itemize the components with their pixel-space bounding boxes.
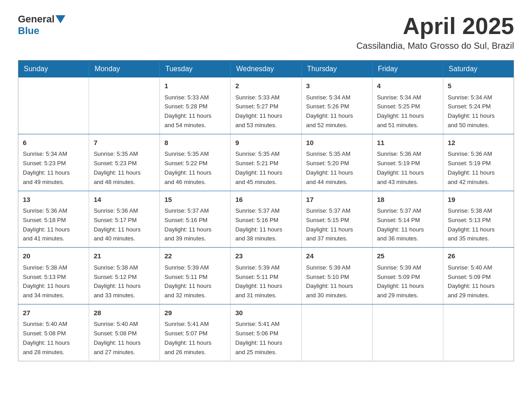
calendar-cell: 6Sunrise: 5:34 AM Sunset: 5:23 PM Daylig…	[18, 134, 89, 191]
day-info: Sunrise: 5:34 AM Sunset: 5:26 PM Dayligh…	[306, 93, 368, 130]
day-info: Sunrise: 5:37 AM Sunset: 5:16 PM Dayligh…	[164, 206, 226, 244]
day-number: 26	[448, 251, 509, 261]
day-number: 18	[377, 195, 438, 205]
calendar-cell: 26Sunrise: 5:40 AM Sunset: 5:09 PM Dayli…	[443, 248, 514, 304]
calendar-cell: 11Sunrise: 5:36 AM Sunset: 5:19 PM Dayli…	[372, 134, 443, 191]
calendar-cell: 28Sunrise: 5:40 AM Sunset: 5:08 PM Dayli…	[89, 304, 160, 361]
day-number: 1	[164, 81, 226, 91]
day-number: 22	[164, 251, 226, 261]
weekday-header-sunday: Sunday	[18, 60, 89, 78]
calendar-cell: 13Sunrise: 5:36 AM Sunset: 5:18 PM Dayli…	[18, 191, 89, 248]
day-number: 15	[164, 195, 226, 205]
calendar-cell: 17Sunrise: 5:37 AM Sunset: 5:15 PM Dayli…	[301, 191, 372, 248]
day-info: Sunrise: 5:34 AM Sunset: 5:24 PM Dayligh…	[448, 93, 509, 130]
day-number: 16	[235, 195, 296, 205]
day-number: 28	[94, 308, 155, 318]
calendar-cell: 22Sunrise: 5:39 AM Sunset: 5:11 PM Dayli…	[160, 248, 231, 304]
week-row-5: 27Sunrise: 5:40 AM Sunset: 5:08 PM Dayli…	[18, 304, 514, 361]
calendar-cell: 19Sunrise: 5:38 AM Sunset: 5:13 PM Dayli…	[443, 191, 514, 248]
logo-general: General	[18, 13, 55, 25]
day-number: 6	[23, 138, 84, 148]
calendar-cell: 8Sunrise: 5:35 AM Sunset: 5:22 PM Daylig…	[160, 134, 231, 191]
day-number: 25	[377, 251, 438, 261]
day-number: 21	[94, 251, 155, 261]
day-info: Sunrise: 5:38 AM Sunset: 5:13 PM Dayligh…	[448, 206, 509, 244]
calendar-cell: 18Sunrise: 5:37 AM Sunset: 5:14 PM Dayli…	[372, 191, 443, 248]
calendar-cell	[301, 304, 372, 361]
calendar-cell	[18, 77, 89, 134]
day-number: 30	[235, 308, 296, 318]
calendar-cell: 10Sunrise: 5:35 AM Sunset: 5:20 PM Dayli…	[301, 134, 372, 191]
day-number: 13	[23, 195, 84, 205]
day-number: 2	[235, 81, 296, 91]
calendar-cell: 30Sunrise: 5:41 AM Sunset: 5:06 PM Dayli…	[231, 304, 301, 361]
day-number: 17	[306, 195, 368, 205]
day-info: Sunrise: 5:37 AM Sunset: 5:15 PM Dayligh…	[306, 206, 368, 244]
week-row-2: 6Sunrise: 5:34 AM Sunset: 5:23 PM Daylig…	[18, 134, 514, 191]
calendar-cell: 14Sunrise: 5:36 AM Sunset: 5:17 PM Dayli…	[89, 191, 160, 248]
day-info: Sunrise: 5:33 AM Sunset: 5:27 PM Dayligh…	[235, 93, 296, 130]
day-info: Sunrise: 5:41 AM Sunset: 5:06 PM Dayligh…	[235, 320, 296, 357]
day-info: Sunrise: 5:35 AM Sunset: 5:22 PM Dayligh…	[164, 150, 226, 187]
calendar-cell: 16Sunrise: 5:37 AM Sunset: 5:16 PM Dayli…	[231, 191, 301, 248]
calendar-table: SundayMondayTuesdayWednesdayThursdayFrid…	[18, 60, 514, 361]
day-info: Sunrise: 5:34 AM Sunset: 5:23 PM Dayligh…	[23, 150, 84, 187]
calendar-cell: 29Sunrise: 5:41 AM Sunset: 5:07 PM Dayli…	[160, 304, 231, 361]
day-info: Sunrise: 5:35 AM Sunset: 5:20 PM Dayligh…	[306, 150, 368, 187]
weekday-header-saturday: Saturday	[443, 60, 514, 78]
day-info: Sunrise: 5:39 AM Sunset: 5:10 PM Dayligh…	[306, 263, 368, 300]
day-number: 12	[448, 138, 509, 148]
week-row-3: 13Sunrise: 5:36 AM Sunset: 5:18 PM Dayli…	[18, 191, 514, 248]
day-number: 7	[94, 138, 155, 148]
day-info: Sunrise: 5:35 AM Sunset: 5:23 PM Dayligh…	[94, 150, 155, 187]
calendar-cell: 4Sunrise: 5:34 AM Sunset: 5:25 PM Daylig…	[372, 77, 443, 134]
svg-marker-0	[56, 15, 65, 23]
day-number: 29	[164, 308, 226, 318]
day-number: 14	[94, 195, 155, 205]
day-number: 19	[448, 195, 509, 205]
day-info: Sunrise: 5:39 AM Sunset: 5:09 PM Dayligh…	[377, 263, 438, 300]
calendar-cell: 24Sunrise: 5:39 AM Sunset: 5:10 PM Dayli…	[301, 248, 372, 304]
weekday-header-row: SundayMondayTuesdayWednesdayThursdayFrid…	[18, 60, 514, 78]
day-info: Sunrise: 5:35 AM Sunset: 5:21 PM Dayligh…	[235, 150, 296, 187]
week-row-4: 20Sunrise: 5:38 AM Sunset: 5:13 PM Dayli…	[18, 248, 514, 304]
day-info: Sunrise: 5:38 AM Sunset: 5:13 PM Dayligh…	[23, 263, 84, 300]
day-number: 4	[377, 81, 438, 91]
calendar-cell: 20Sunrise: 5:38 AM Sunset: 5:13 PM Dayli…	[18, 248, 89, 304]
day-number: 10	[306, 138, 368, 148]
logo-triangle-icon	[56, 15, 65, 23]
day-info: Sunrise: 5:38 AM Sunset: 5:12 PM Dayligh…	[94, 263, 155, 300]
logo-blue: Blue	[18, 25, 39, 36]
day-info: Sunrise: 5:34 AM Sunset: 5:25 PM Dayligh…	[377, 93, 438, 130]
calendar-cell: 27Sunrise: 5:40 AM Sunset: 5:08 PM Dayli…	[18, 304, 89, 361]
calendar-cell: 12Sunrise: 5:36 AM Sunset: 5:19 PM Dayli…	[443, 134, 514, 191]
day-info: Sunrise: 5:39 AM Sunset: 5:11 PM Dayligh…	[235, 263, 296, 300]
calendar-cell	[443, 304, 514, 361]
weekday-header-tuesday: Tuesday	[160, 60, 231, 78]
calendar-cell: 2Sunrise: 5:33 AM Sunset: 5:27 PM Daylig…	[231, 77, 301, 134]
day-number: 11	[377, 138, 438, 148]
day-number: 20	[23, 251, 84, 261]
day-info: Sunrise: 5:39 AM Sunset: 5:11 PM Dayligh…	[164, 263, 226, 300]
calendar-cell: 25Sunrise: 5:39 AM Sunset: 5:09 PM Dayli…	[372, 248, 443, 304]
calendar-cell: 15Sunrise: 5:37 AM Sunset: 5:16 PM Dayli…	[160, 191, 231, 248]
day-info: Sunrise: 5:36 AM Sunset: 5:18 PM Dayligh…	[23, 206, 84, 244]
day-number: 9	[235, 138, 296, 148]
day-info: Sunrise: 5:40 AM Sunset: 5:08 PM Dayligh…	[94, 320, 155, 357]
day-number: 27	[23, 308, 84, 318]
day-info: Sunrise: 5:40 AM Sunset: 5:08 PM Dayligh…	[23, 320, 84, 357]
calendar-cell: 9Sunrise: 5:35 AM Sunset: 5:21 PM Daylig…	[231, 134, 301, 191]
day-number: 5	[448, 81, 509, 91]
day-info: Sunrise: 5:36 AM Sunset: 5:17 PM Dayligh…	[94, 206, 155, 244]
day-number: 3	[306, 81, 368, 91]
day-info: Sunrise: 5:36 AM Sunset: 5:19 PM Dayligh…	[448, 150, 509, 187]
calendar-cell: 3Sunrise: 5:34 AM Sunset: 5:26 PM Daylig…	[301, 77, 372, 134]
weekday-header-friday: Friday	[372, 60, 443, 78]
day-info: Sunrise: 5:36 AM Sunset: 5:19 PM Dayligh…	[377, 150, 438, 187]
calendar-cell: 21Sunrise: 5:38 AM Sunset: 5:12 PM Dayli…	[89, 248, 160, 304]
weekday-header-thursday: Thursday	[301, 60, 372, 78]
calendar-cell: 7Sunrise: 5:35 AM Sunset: 5:23 PM Daylig…	[89, 134, 160, 191]
calendar-cell	[89, 77, 160, 134]
day-info: Sunrise: 5:41 AM Sunset: 5:07 PM Dayligh…	[164, 320, 226, 357]
page-header: General Blue April 2025 Cassilandia, Mat…	[18, 13, 514, 51]
